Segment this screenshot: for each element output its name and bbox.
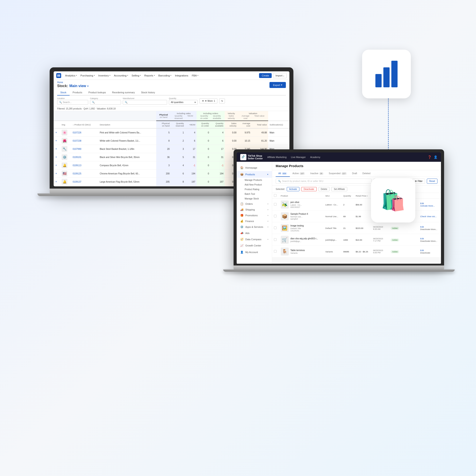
export-button[interactable]: Export ▾ [270, 82, 286, 88]
plus-button[interactable]: + [54, 161, 60, 170]
nav-import-button[interactable]: Import ↓ [273, 73, 287, 78]
reset-button[interactable]: Reset [427, 179, 437, 184]
deactivate-button[interactable]: Deactivate [301, 187, 316, 191]
plus-button[interactable]: + [54, 186, 60, 187]
tab-deleted[interactable]: Deleted [360, 170, 373, 177]
checkbox-4[interactable] [274, 250, 277, 253]
sidebar-item-promotions[interactable]: 🎁 Promotions [240, 214, 258, 217]
title-chevron[interactable]: ▾ [87, 85, 88, 87]
row-checkbox[interactable] [272, 210, 279, 222]
deactivate-action[interactable]: Deactivate More... [420, 240, 437, 242]
activate-button[interactable]: Activate [287, 187, 300, 191]
tab-all[interactable]: All839 [276, 170, 290, 177]
product-search-input[interactable]: 🔍 Search by product name, ID or seller S… [276, 179, 372, 184]
plus-button[interactable]: + [54, 170, 60, 178]
location-search-input[interactable]: 🔍 Search... [57, 100, 88, 105]
product-action-0[interactable]: Check View visi... [420, 215, 439, 218]
tab-products[interactable]: Products [69, 90, 85, 96]
tab-suspended[interactable]: Suspended227 [326, 170, 349, 177]
checkbox-2[interactable] [274, 226, 277, 229]
breadcrumb[interactable]: Home [57, 81, 88, 84]
sidebar-sub-add-new[interactable]: Add New Product [237, 182, 272, 187]
sidebar-sub-batch-tool[interactable]: Batch Tool [237, 192, 272, 196]
page-title-dynamic[interactable]: Main view [69, 84, 86, 88]
sidebar-item-ads[interactable]: 📣 Ads [237, 230, 272, 237]
nav-affiliate-marketing[interactable]: Affiliate Marketing [267, 156, 287, 158]
plus-button[interactable]: + [54, 128, 60, 137]
sidebar-item-data-compass[interactable]: 🧭 Data Compass [240, 238, 261, 241]
plus-button[interactable]: + [54, 137, 60, 145]
nav-academy[interactable]: Academy [310, 156, 321, 158]
product-action-0[interactable]: Edit [420, 237, 439, 240]
deactivate-action[interactable]: Deactivate [420, 252, 430, 254]
nav-accounting-chevron: ▾ [127, 74, 128, 76]
sidebar-item-homepage[interactable]: 🏠 Homepage [237, 164, 272, 171]
product-action-0[interactable]: Edit [420, 202, 439, 204]
sidebar-item-growth-center[interactable]: 📈 Growth Center [237, 242, 272, 249]
product-id[interactable]: 0109125 [71, 170, 98, 178]
set-affiliate-button[interactable]: Set Affiliate [331, 187, 347, 191]
plus-button[interactable]: + [54, 145, 60, 153]
help-icon[interactable]: ❓ [428, 155, 431, 159]
checkbox-1[interactable] [274, 215, 277, 217]
selected-label: Selected: [276, 188, 285, 190]
tab-draft[interactable]: Draft [349, 170, 360, 177]
sidebar-item-shipping[interactable]: 🚚 Shipping [240, 208, 255, 211]
sidebar-item-finance[interactable]: 💰 Finance [240, 220, 254, 223]
plus-button[interactable]: + [54, 178, 60, 186]
product-id[interactable]: 0107226 [71, 128, 98, 137]
sidebar-item-products[interactable]: 📦 Products ▾ [237, 171, 272, 178]
sidebar-item-apps-services[interactable]: ⚙️ Apps & Services [240, 225, 263, 228]
product-id[interactable]: 0109113 [71, 161, 98, 170]
nav-selling[interactable]: Selling ▾ [130, 71, 143, 80]
product-action-0[interactable]: Edit [420, 226, 439, 228]
product-id[interactable]: 0109137 [71, 178, 98, 186]
row-checkbox[interactable] [272, 234, 279, 246]
row-checkbox[interactable] [272, 199, 279, 210]
nav-purchasing[interactable]: Purchasing ▾ [79, 71, 97, 80]
nav-live-manager[interactable]: Live Manager [291, 156, 306, 158]
sidebar-sub-product-rating[interactable]: Product Rating [237, 187, 272, 192]
product-id[interactable]: 0109101 [71, 153, 98, 161]
checkbox-3[interactable] [274, 238, 277, 241]
product-id[interactable]: 0109161 [71, 186, 98, 187]
checkbox-0[interactable] [274, 203, 277, 206]
tab-inactive[interactable]: Inactive26 [307, 170, 326, 177]
product-action-1[interactable]: Activate More... [420, 204, 439, 207]
inventory-header: Home Stock: Main view ▾ Export ▾ [54, 80, 289, 96]
nav-inventory[interactable]: Inventory ▾ [97, 71, 112, 80]
deactivate-action[interactable]: Deactivate More... [420, 228, 437, 230]
product-id[interactable]: 0107238 [71, 137, 98, 145]
manufacturer-search-input[interactable]: 🔍 [123, 100, 167, 105]
sidebar-item-my-account[interactable]: 👤 My Account [237, 249, 272, 255]
nav-integrations[interactable]: Integrations [173, 71, 190, 80]
product-action-0[interactable]: Edit [420, 249, 439, 252]
sidebar-item-orders[interactable]: 📋 Orders [240, 202, 253, 205]
select-all-checkbox[interactable] [274, 194, 277, 197]
nav-fba[interactable]: FBA ▾ [190, 71, 200, 80]
tab-product-lookups[interactable]: Product lookups [85, 90, 109, 96]
nav-analytics[interactable]: Analytics ▾ [63, 71, 79, 80]
user-avatar[interactable]: 👤 [434, 155, 437, 159]
search-icon: 🔍 [59, 101, 62, 103]
tab-active[interactable]: Active107 [290, 170, 308, 177]
nav-barcoding[interactable]: Barcoding ▾ [157, 71, 173, 80]
sidebar-sub-manage-products[interactable]: Manage Products [237, 178, 272, 182]
more-filter-button[interactable]: ▼ ▼ More: 1 [199, 98, 217, 103]
quantity-select[interactable]: All quantities ▾ [169, 100, 198, 105]
sort-button[interactable]: ⇅ [219, 98, 225, 103]
tab-reordering-summary[interactable]: Reordering summary [109, 90, 138, 96]
delete-button[interactable]: Delete [318, 187, 330, 191]
row-checkbox[interactable] [272, 246, 279, 257]
nav-create-button[interactable]: Create [259, 73, 272, 78]
nav-accounting[interactable]: Accounting ▾ [112, 71, 130, 80]
row-checkbox[interactable] [272, 222, 279, 234]
nav-reports[interactable]: Reports ▾ [142, 71, 156, 80]
tab-stock[interactable]: Stock [57, 90, 69, 96]
sidebar-sub-manage-stock[interactable]: Manage Stock [237, 196, 272, 201]
product-id[interactable]: 0107990 [71, 145, 98, 153]
product-qty-2: 21 [341, 222, 354, 234]
category-search-input[interactable]: 🔍 [90, 100, 121, 105]
tab-stock-history[interactable]: Stock history [138, 90, 158, 96]
plus-button[interactable]: + [54, 153, 60, 161]
